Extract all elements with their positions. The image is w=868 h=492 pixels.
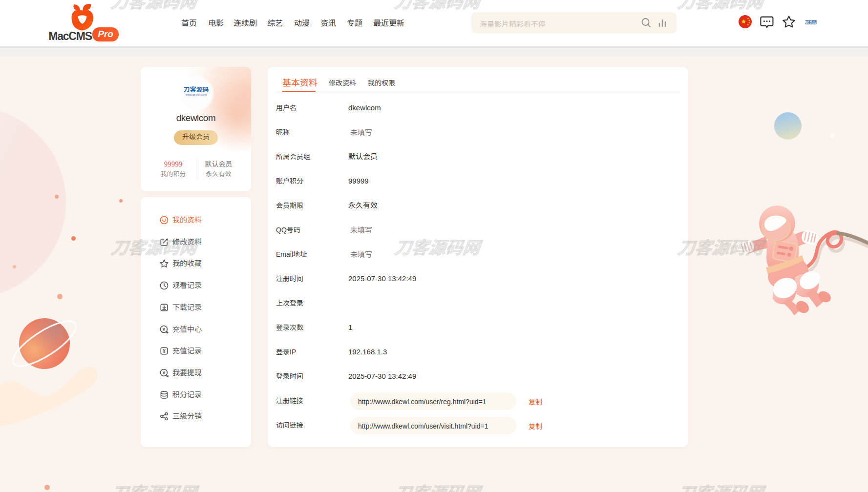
svg-text:¥: ¥ <box>163 369 166 375</box>
svg-text:¥: ¥ <box>163 348 166 354</box>
svg-text:¥: ¥ <box>163 326 166 331</box>
